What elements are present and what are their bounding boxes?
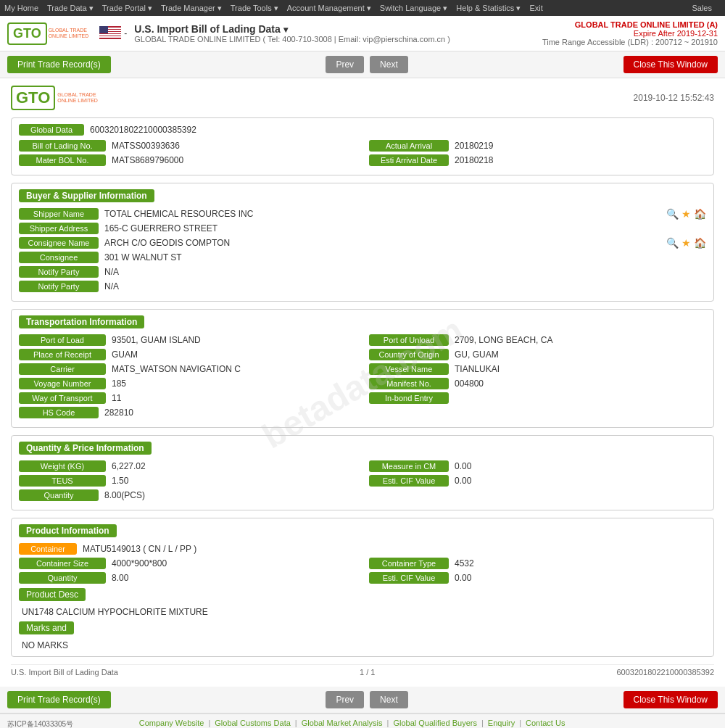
prev-button-bottom[interactable]: Prev — [326, 691, 364, 708]
account-company: GLOBAL TRADE ONLINE LIMITED (A) — [542, 20, 718, 29]
print-button-top[interactable]: Print Trade Record(s) — [7, 56, 111, 73]
nav-trademanager[interactable]: Trade Manager ▾ — [161, 4, 222, 13]
esti-cif-label1: Esti. CIF Value — [369, 475, 449, 487]
nav-sales[interactable]: Sales — [692, 4, 712, 12]
nav-tradeportal[interactable]: Trade Portal ▾ — [102, 4, 152, 13]
global-data-value: 600320180221000038539​2 — [90, 125, 196, 135]
consignee-name-row: Consignee Name ARCH C/O GEODIS COMPTON 🔍… — [19, 237, 706, 249]
footer-sep5: | — [519, 719, 521, 727]
close-button-bottom[interactable]: Close This Window — [624, 691, 718, 708]
notify-party-2-value: N/A — [104, 281, 706, 291]
header-right: GLOBAL TRADE ONLINE LIMITED (A) Expire A… — [542, 20, 718, 46]
carrier-row: Carrier MATS_WATSON NAVIGATION C Vessel … — [19, 363, 706, 375]
notify-party-1-label: Notify Party — [19, 266, 99, 278]
consignee-name-label: Consignee Name — [19, 237, 99, 249]
main-content: betadata.com GTO GLOBAL TRADEONLINE LIMI… — [0, 78, 725, 687]
container-size-row: Container Size 4000*900*800 Container Ty… — [19, 558, 706, 569]
qty-price-title: Quantity & Price Information — [19, 442, 152, 455]
prev-button-top[interactable]: Prev — [326, 56, 364, 73]
product-title: Product Information — [19, 524, 117, 537]
shipper-address-label: Shipper Address — [19, 223, 99, 234]
icp-number: 苏ICP备14033305号 — [7, 719, 73, 729]
nav-tradedata[interactable]: Trade Data ▾ — [47, 4, 94, 13]
transportation-section: Transportation Information Port of Load … — [11, 309, 714, 428]
svg-rect-4 — [99, 34, 121, 36]
qty-prod-label: Quantity — [19, 572, 106, 584]
hs-code-row: HS Code 282810 — [19, 407, 706, 418]
container-type-label: Container Type — [369, 558, 449, 569]
quantity-label: Quantity — [19, 489, 99, 501]
footer-link-contact[interactable]: Contact Us — [526, 719, 565, 727]
nav-accountmgmt[interactable]: Account Management ▾ — [287, 4, 371, 13]
country-origin-label: Country of Origin — [369, 349, 449, 360]
svg-rect-6 — [99, 26, 108, 33]
actual-arrival-label: Actual Arrival — [369, 140, 449, 152]
weight-row: Weight (KG) 6,227.02 Measure in CM 0.00 — [19, 460, 706, 472]
container-size-value: 4000*900*800 — [112, 558, 363, 568]
qty-prod-value: 8.00 — [112, 573, 363, 583]
notify-party-2-label: Notify Party — [19, 281, 99, 292]
shipper-search-icon[interactable]: 🔍 — [666, 208, 679, 220]
manifest-label: Manifest No. — [369, 378, 449, 389]
measure-value: 0.00 — [455, 461, 706, 471]
esti-cif-value1: 0.00 — [455, 476, 706, 486]
nav-helpstats[interactable]: Help & Statistics ▾ — [456, 4, 521, 13]
page-header: GTO GLOBAL TRADEONLINE LIMITED - U.S. Im… — [0, 16, 725, 51]
record-footer-line: U.S. Import Bill of Lading Data 1 / 1 60… — [11, 664, 714, 679]
way-transport-row: Way of Transport 11 In-bond Entry — [19, 392, 706, 404]
record-header: GTO GLOBAL TRADEONLINE LIMITED 2019-10-1… — [11, 86, 714, 110]
shipper-name-row: Shipper Name TOTAL CHEMICAL RESOURCES IN… — [19, 208, 706, 220]
print-button-bottom[interactable]: Print Trade Record(s) — [7, 691, 111, 708]
global-data-label: Global Data — [19, 124, 84, 136]
hs-code-value: 282810 — [104, 408, 706, 418]
close-button-top[interactable]: Close This Window — [624, 56, 718, 73]
way-transport-label: Way of Transport — [19, 392, 106, 404]
esti-arrival-label: Esti Arrival Date — [369, 154, 449, 166]
toolbar-bottom: Print Trade Record(s) Prev Next Close Th… — [0, 687, 725, 713]
record-logo: GTO GLOBAL TRADEONLINE LIMITED — [11, 86, 98, 110]
port-load-label: Port of Load — [19, 334, 106, 346]
quantity-value: 8.00(PCS) — [104, 490, 706, 500]
nav-exit[interactable]: Exit — [529, 4, 542, 12]
master-bol-label: Mater BOL No. — [19, 154, 106, 166]
next-button-bottom[interactable]: Next — [370, 691, 408, 708]
marks-label: Marks and — [19, 621, 74, 634]
port-load-row: Port of Load 93501, GUAM ISLAND Port of … — [19, 334, 706, 346]
footer-link-market[interactable]: Global Market Analysis — [302, 719, 383, 727]
svg-rect-5 — [99, 36, 121, 38]
consignee-star-icon[interactable]: ★ — [682, 237, 691, 249]
consignee-action-icons: 🔍 ★ 🏠 — [666, 237, 706, 249]
logo: GTO — [7, 22, 47, 45]
carrier-value: MATS_WATSON NAVIGATION C — [112, 364, 363, 374]
shipper-home-icon[interactable]: 🏠 — [694, 208, 706, 220]
manifest-value: 004800 — [455, 379, 706, 389]
footer-record-id: 600320180221000038539​2 — [616, 668, 714, 677]
consignee-name-value: ARCH C/O GEODIS COMPTON — [104, 238, 660, 248]
footer-row1: 苏ICP备14033305号 Company Website | Global … — [7, 719, 718, 728]
esti-cif-label2: Esti. CIF Value — [369, 572, 449, 584]
flag-dash: - — [124, 28, 127, 38]
global-data-section: Global Data 600320180221000038539​2 Bill… — [11, 117, 714, 175]
next-button-top[interactable]: Next — [370, 56, 408, 73]
nav-tradetools[interactable]: Trade Tools ▾ — [231, 4, 278, 13]
consignee-home-icon[interactable]: 🏠 — [694, 237, 706, 249]
consignee-row: Consignee 301 W WALNUT ST — [19, 252, 706, 263]
port-load-value: 93501, GUAM ISLAND — [112, 335, 363, 345]
transport-title: Transportation Information — [19, 315, 144, 328]
container-type-value: 4532 — [455, 558, 706, 568]
logo-gto-text: GTO — [13, 26, 41, 41]
us-flag-icon — [99, 26, 121, 39]
footer-link-company[interactable]: Company Website — [139, 719, 204, 727]
nav-switchlang[interactable]: Switch Language ▾ — [380, 4, 447, 13]
consignee-search-icon[interactable]: 🔍 — [666, 237, 679, 249]
logo-subtitle: GLOBAL TRADEONLINE LIMITED — [49, 28, 89, 40]
footer-link-buyers[interactable]: Global Qualified Buyers — [393, 719, 477, 727]
place-receipt-value: GUAM — [112, 349, 363, 360]
port-unload-label: Port of Unload — [369, 334, 449, 346]
footer-link-customs[interactable]: Global Customs Data — [215, 719, 291, 727]
footer-link-enquiry[interactable]: Enquiry — [488, 719, 515, 727]
voyage-row: Voyage Number 185 Manifest No. 004800 — [19, 378, 706, 389]
nav-myhome[interactable]: My Home — [4, 4, 38, 12]
weight-value: 6,227.02 — [112, 461, 363, 471]
shipper-star-icon[interactable]: ★ — [682, 208, 691, 220]
